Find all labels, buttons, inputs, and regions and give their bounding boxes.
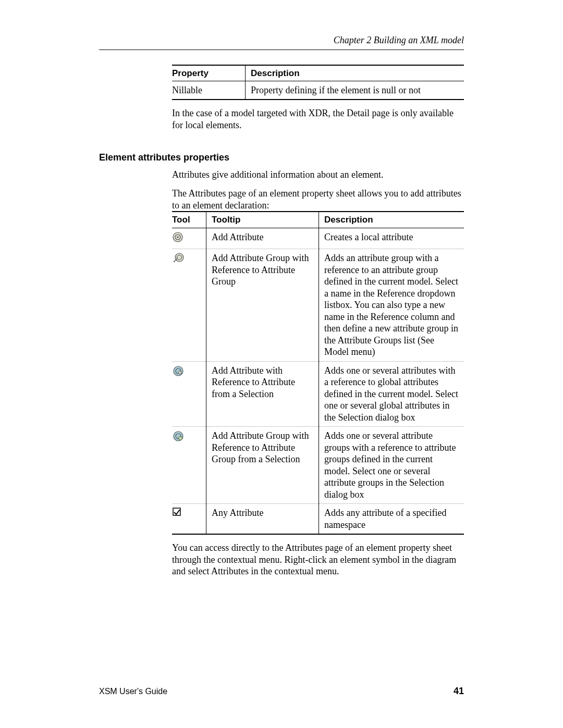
tool-icon-cell — [172, 361, 206, 427]
table-row: Add Attribute Group with Reference to At… — [172, 249, 464, 362]
add-attribute-ref-selection-icon — [172, 365, 185, 377]
table-row: Add Attribute Group with Reference to At… — [172, 427, 464, 504]
table-header-row: Tool Tooltip Description — [172, 212, 464, 228]
tool-icon-cell — [172, 228, 206, 249]
col-header-description: Description — [319, 212, 464, 228]
tooltip-text: Add Attribute Group with Reference to At… — [206, 249, 319, 362]
paragraph-attributes-page: The Attributes page of an element proper… — [172, 188, 464, 211]
page: Chapter 2 Building an XML model Property… — [0, 0, 563, 728]
col-header-property: Property — [172, 65, 246, 81]
content-column: Property Description Nillable Property d… — [172, 65, 464, 131]
svg-point-5 — [174, 366, 183, 376]
tool-icon-cell — [172, 249, 206, 362]
footer-guide-title: XSM User's Guide — [99, 686, 167, 697]
tooltip-text: Add Attribute with Reference to Attribut… — [206, 361, 319, 427]
svg-point-7 — [178, 371, 181, 374]
table-row: Add Attribute with Reference to Attribut… — [172, 361, 464, 427]
property-description: Property defining if the element is null… — [246, 81, 464, 100]
tool-icon-cell — [172, 504, 206, 535]
paragraph-xdr-note: In the case of a model targeted with XDR… — [172, 107, 464, 131]
description-text: Adds one or several attributes with a re… — [319, 361, 464, 427]
paragraph-access-note: You can access directly to the Attribute… — [172, 542, 464, 577]
add-attribute-icon — [172, 231, 183, 243]
any-attribute-checkbox-icon — [172, 507, 182, 517]
description-text: Creates a local attribute — [319, 228, 464, 249]
property-name: Nillable — [172, 81, 246, 100]
running-header: Chapter 2 Building an XML model — [99, 34, 464, 46]
add-attribute-group-ref-icon — [172, 252, 185, 265]
tooltip-text: Any Attribute — [206, 504, 319, 535]
section-heading: Element attributes properties — [99, 152, 464, 164]
tool-icon-cell — [172, 427, 206, 504]
tooltip-text: Add Attribute Group with Reference to At… — [206, 427, 319, 504]
svg-point-2 — [177, 236, 178, 238]
table-row: Any Attribute Adds any attribute of a sp… — [172, 504, 464, 535]
add-attribute-group-ref-selection-icon — [172, 430, 185, 442]
table-header-row: Property Description — [172, 65, 464, 81]
svg-point-10 — [179, 437, 182, 440]
tool-table: Tool Tooltip Description Add Attribute C… — [172, 211, 464, 535]
paragraph-intro: Attributes give additional information a… — [172, 169, 464, 181]
col-header-tooltip: Tooltip — [206, 212, 319, 228]
page-footer: XSM User's Guide 41 — [99, 685, 464, 697]
page-number: 41 — [454, 685, 464, 697]
table-row: Nillable Property defining if the elemen… — [172, 81, 464, 100]
content-column: Attributes give additional information a… — [172, 169, 464, 577]
svg-point-3 — [175, 253, 183, 262]
property-table: Property Description Nillable Property d… — [172, 65, 464, 101]
col-header-tool: Tool — [172, 212, 206, 228]
description-text: Adds one or several attribute groups wit… — [319, 427, 464, 504]
header-rule — [99, 50, 464, 50]
table-row: Add Attribute Creates a local attribute — [172, 228, 464, 249]
description-text: Adds an attribute group with a reference… — [319, 249, 464, 362]
col-header-description: Description — [246, 65, 464, 81]
description-text: Adds any attribute of a specified namesp… — [319, 504, 464, 535]
tooltip-text: Add Attribute — [206, 228, 319, 249]
